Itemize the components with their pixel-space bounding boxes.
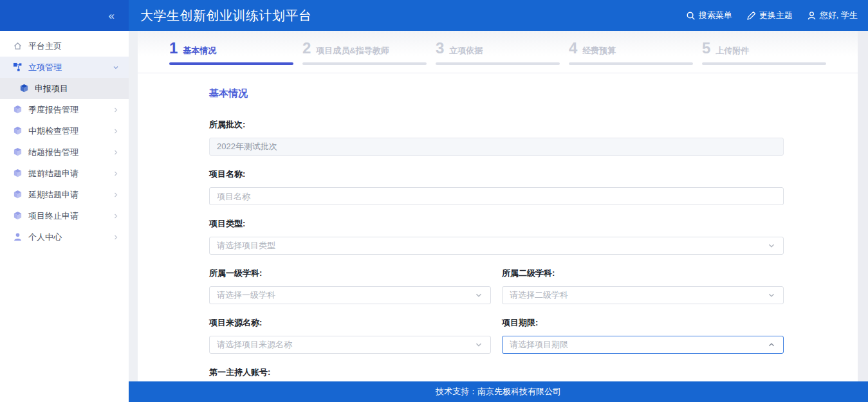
step-label: 基本情况 bbox=[183, 45, 216, 57]
change-theme-label: 更换主题 bbox=[759, 10, 793, 21]
select-placeholder: 请选择项目来源名称 bbox=[217, 339, 292, 351]
sidebar-item-label: 项目终止申请 bbox=[28, 210, 78, 222]
sidebar-item-platform-home[interactable]: 平台主页 bbox=[0, 35, 129, 57]
chevron-right-icon bbox=[112, 170, 120, 178]
field-project-type: 项目类型: 请选择项目类型 bbox=[209, 218, 784, 255]
cube-icon bbox=[13, 147, 23, 157]
user-icon bbox=[807, 11, 817, 21]
step-label: 立项依据 bbox=[449, 45, 483, 57]
field-duration: 项目期限: 请选择项目期限 bbox=[502, 317, 784, 354]
project-type-select[interactable]: 请选择项目类型 bbox=[209, 237, 784, 255]
sidebar-item-quarterly-report[interactable]: 季度报告管理 bbox=[0, 99, 129, 120]
step-label: 上传附件 bbox=[716, 45, 749, 57]
source-name-select[interactable]: 请选择项目来源名称 bbox=[209, 336, 491, 354]
step-basic-info[interactable]: 1 基本情况 bbox=[169, 39, 293, 73]
field-source-name: 项目来源名称: 请选择项目来源名称 bbox=[209, 317, 491, 354]
step-project-basis[interactable]: 3 立项依据 bbox=[436, 39, 560, 73]
chevron-right-icon bbox=[112, 233, 120, 241]
step-progress-bar bbox=[702, 62, 826, 65]
step-budget[interactable]: 4 经费预算 bbox=[569, 39, 693, 73]
chevron-down-icon bbox=[474, 291, 483, 300]
basic-info-form: 基本情况 所属批次: 项目名称: 项目类型: 请选择项目类型 所属一级学科: 请… bbox=[129, 73, 784, 381]
person-icon bbox=[13, 232, 23, 242]
collapse-sidebar-icon[interactable]: « bbox=[109, 10, 115, 21]
vertical-scrollbar[interactable] bbox=[858, 31, 868, 381]
step-number: 3 bbox=[436, 39, 444, 57]
cube-icon bbox=[13, 126, 23, 136]
step-label: 项目成员&指导教师 bbox=[316, 45, 389, 57]
host-account-label: 第一主持人账号: bbox=[209, 367, 784, 378]
select-placeholder: 请选择一级学科 bbox=[217, 289, 275, 301]
app-header: « 大学生创新创业训练计划平台 搜索菜单 更换主题 您好, 学生 bbox=[0, 0, 868, 31]
search-icon bbox=[686, 11, 696, 21]
duration-select[interactable]: 请选择项目期限 bbox=[502, 336, 784, 354]
cube-icon bbox=[13, 169, 23, 178]
footer-support-text: 技术支持：南京先极科技有限公司 bbox=[436, 386, 561, 397]
sidebar-item-delay-completion[interactable]: 延期结题申请 bbox=[0, 184, 129, 205]
step-progress-bar bbox=[302, 62, 427, 65]
cube-icon bbox=[13, 190, 23, 199]
footer-bar: 技术支持：南京先极科技有限公司 bbox=[129, 381, 868, 402]
sidebar-item-label: 平台主页 bbox=[28, 41, 62, 52]
step-number: 4 bbox=[569, 39, 577, 57]
user-menu[interactable]: 您好, 学生 bbox=[807, 10, 858, 21]
sidebar-item-personal-center[interactable]: 个人中心 bbox=[0, 226, 129, 248]
header-main: 大学生创新创业训练计划平台 搜索菜单 更换主题 您好, 学生 bbox=[129, 0, 868, 31]
sidebar-item-label: 提前结题申请 bbox=[28, 168, 78, 179]
chevron-up-icon bbox=[767, 340, 776, 349]
batch-label: 所属批次: bbox=[209, 119, 784, 131]
sidebar-item-final-report[interactable]: 结题报告管理 bbox=[0, 142, 129, 163]
duration-label: 项目期限: bbox=[502, 317, 784, 329]
step-progress-bar bbox=[169, 62, 293, 65]
select-placeholder: 请选择项目类型 bbox=[217, 240, 275, 251]
discipline2-select[interactable]: 请选择二级学科 bbox=[502, 286, 784, 304]
field-project-name: 项目名称: bbox=[209, 169, 784, 205]
sidebar-item-early-completion[interactable]: 提前结题申请 bbox=[0, 163, 129, 184]
field-row-disciplines: 所属一级学科: 请选择一级学科 所属二级学科: 请选择二级学科 bbox=[209, 268, 784, 304]
chevron-right-icon bbox=[112, 127, 120, 135]
cube-icon bbox=[13, 211, 23, 221]
content-gutter bbox=[129, 31, 138, 381]
sidebar-item-project-approval[interactable]: 立项管理 bbox=[0, 57, 129, 78]
page-title: 大学生创新创业训练计划平台 bbox=[140, 7, 312, 24]
project-name-label: 项目名称: bbox=[209, 169, 784, 180]
sidebar-item-declare-project[interactable]: 申报项目 bbox=[0, 78, 129, 99]
user-greeting: 您好, 学生 bbox=[820, 10, 858, 21]
theme-brush-icon bbox=[746, 11, 756, 21]
chevron-down-icon bbox=[767, 241, 776, 250]
search-menu-button[interactable]: 搜索菜单 bbox=[686, 10, 732, 21]
sidebar-item-project-termination[interactable]: 项目终止申请 bbox=[0, 205, 129, 226]
field-host-account: 第一主持人账号: bbox=[209, 367, 784, 381]
sidebar-header: « bbox=[0, 0, 129, 31]
sidebar-item-label: 季度报告管理 bbox=[28, 104, 78, 116]
field-discipline2: 所属二级学科: 请选择二级学科 bbox=[502, 268, 784, 304]
sidebar-item-label: 个人中心 bbox=[28, 232, 62, 243]
change-theme-button[interactable]: 更换主题 bbox=[746, 10, 793, 21]
select-placeholder: 请选择项目期限 bbox=[510, 339, 568, 351]
main-content: 1 基本情况 2 项目成员&指导教师 3 立项依据 4 经费预算 bbox=[129, 31, 868, 381]
sidebar-item-midterm-check[interactable]: 中期检查管理 bbox=[0, 120, 129, 142]
step-number: 2 bbox=[302, 39, 311, 57]
project-tree-icon bbox=[13, 62, 23, 72]
chevron-right-icon bbox=[112, 191, 120, 199]
sidebar-item-label: 结题报告管理 bbox=[28, 147, 78, 158]
select-placeholder: 请选择二级学科 bbox=[510, 289, 568, 301]
sidebar-item-label: 中期检查管理 bbox=[28, 125, 78, 137]
home-icon bbox=[13, 41, 23, 51]
project-type-label: 项目类型: bbox=[209, 218, 784, 230]
chevron-right-icon bbox=[112, 106, 120, 114]
discipline2-label: 所属二级学科: bbox=[502, 268, 784, 279]
cube-icon bbox=[13, 105, 23, 114]
project-name-input[interactable] bbox=[209, 187, 784, 205]
sidebar-item-label: 立项管理 bbox=[28, 62, 62, 73]
chevron-down-icon bbox=[767, 291, 776, 300]
chevron-right-icon bbox=[112, 212, 120, 220]
batch-input bbox=[209, 138, 784, 156]
chevron-right-icon bbox=[112, 149, 120, 156]
sidebar-item-label: 延期结题申请 bbox=[28, 189, 78, 201]
discipline1-select[interactable]: 请选择一级学科 bbox=[209, 286, 491, 304]
cube-icon bbox=[19, 84, 29, 93]
step-progress-bar bbox=[436, 62, 560, 65]
step-upload-attachments[interactable]: 5 上传附件 bbox=[702, 39, 826, 73]
step-members-teachers[interactable]: 2 项目成员&指导教师 bbox=[302, 39, 427, 73]
